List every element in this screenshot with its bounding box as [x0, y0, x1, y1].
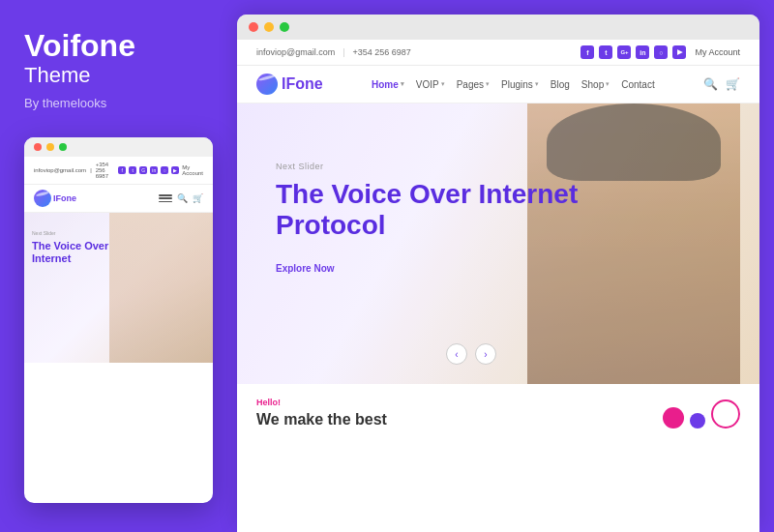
mini-separator: | [90, 167, 92, 173]
mini-nav-right: 🔍 🛒 [159, 193, 203, 203]
site-social-icons: f t G+ in ○ ▶ [580, 45, 686, 59]
hamburger-line-3 [159, 201, 172, 203]
nav-item-home[interactable]: Home ▾ [372, 79, 404, 90]
circle-outline-decoration [711, 399, 740, 429]
brand-title: Voifone [24, 29, 213, 63]
site-menu: Home ▾ VOIP ▾ Pages ▾ Plugins ▾ Blog [372, 79, 655, 90]
linkedin-icon[interactable]: in [636, 45, 649, 59]
hero-content: Next Slider The Voice Over Internet Prot… [276, 162, 614, 276]
mini-google-icon: G [139, 166, 147, 174]
site-bottom: Hello! We make the best [237, 384, 759, 442]
mini-facebook-icon: f [118, 166, 126, 174]
nav-blog-label: Blog [551, 79, 570, 90]
mini-cart-icon[interactable]: 🛒 [193, 193, 203, 203]
hero-prev-arrow[interactable]: ‹ [446, 343, 467, 365]
mini-slider-label: Next Slider [32, 230, 55, 236]
browser-dot-yellow [264, 22, 274, 32]
browser-content: infoviop@gmail.com | +354 256 6987 f t G… [237, 40, 759, 532]
mini-logo-text: IFone [53, 193, 76, 203]
site-nav: IFone Home ▾ VOIP ▾ Pages ▾ Plugins ▾ [237, 66, 759, 103]
mini-youtube-icon: ▶ [171, 166, 179, 174]
nav-icons: 🔍 🛒 [703, 77, 740, 91]
mini-logo-ball-icon [34, 190, 51, 207]
mini-phone: +354 256 6987 [96, 162, 119, 179]
youtube-icon[interactable]: ▶ [672, 45, 686, 59]
mini-twitter-icon: t [129, 166, 136, 174]
mini-topbar-right: f t G in ○ ▶ My Account [118, 164, 203, 176]
site-logo: IFone [256, 74, 323, 95]
nav-item-contact[interactable]: Contact [621, 79, 654, 90]
nav-shop-label: Shop [581, 79, 604, 90]
mini-search-icon[interactable]: 🔍 [177, 193, 188, 203]
google-plus-icon[interactable]: G+ [617, 45, 631, 59]
nav-contact-label: Contact [621, 79, 654, 90]
site-email: infoviop@gmail.com [256, 47, 335, 57]
site-topbar-left: infoviop@gmail.com | +354 256 6987 [256, 47, 411, 57]
hamburger-icon[interactable] [159, 193, 172, 203]
nav-home-chevron: ▾ [401, 80, 404, 88]
bottom-hello: Hello! [256, 398, 387, 407]
nav-item-blog[interactable]: Blog [551, 79, 570, 90]
nav-item-voip[interactable]: VOIP ▾ [416, 79, 445, 90]
instagram-icon[interactable]: ○ [654, 45, 668, 59]
browser-chrome [237, 15, 759, 40]
brand-subtitle: Theme [24, 63, 213, 88]
mini-dot-yellow [46, 143, 54, 151]
mini-nav: IFone 🔍 🛒 [24, 185, 213, 213]
hamburger-line-1 [159, 194, 172, 196]
nav-home-label: Home [372, 79, 399, 90]
site-hero: Next Slider The Voice Over Internet Prot… [237, 103, 759, 384]
nav-shop-chevron: ▾ [606, 80, 610, 88]
mini-instagram-icon: ○ [161, 166, 168, 174]
logo-text: IFone [282, 75, 323, 93]
site-phone: +354 256 6987 [353, 47, 411, 57]
main-browser: infoviop@gmail.com | +354 256 6987 f t G… [237, 15, 759, 532]
twitter-icon[interactable]: t [599, 45, 612, 59]
mini-email: infoviop@gmail.com [34, 167, 86, 173]
mini-linkedin-icon: in [150, 166, 158, 174]
topbar-separator: | [342, 47, 344, 57]
explore-now-button[interactable]: Explore Now [276, 263, 335, 274]
mini-topbar: infoviop@gmail.com | +354 256 6987 f t G… [24, 157, 213, 185]
bottom-graphic [663, 399, 740, 429]
circle-pink-decoration [663, 407, 684, 429]
hero-next-arrow[interactable]: › [475, 343, 496, 365]
nav-item-plugins[interactable]: Plugins ▾ [501, 79, 539, 90]
cart-icon[interactable]: 🛒 [726, 77, 740, 91]
mini-logo: IFone [34, 190, 76, 207]
my-account-link[interactable]: My Account [695, 47, 740, 57]
site-topbar-right: f t G+ in ○ ▶ My Account [580, 45, 740, 59]
brand-by: By themelooks [24, 96, 213, 110]
mini-hero: Next Slider The Voice Over Internet [24, 213, 213, 363]
hero-slider-label: Next Slider [276, 162, 614, 171]
site-topbar: infoviop@gmail.com | +354 256 6987 f t G… [237, 40, 759, 66]
mini-hero-title: The Voice Over Internet [32, 240, 119, 265]
bottom-title: We make the best [256, 411, 387, 429]
mini-social-icons: f t G in ○ ▶ [118, 166, 179, 174]
hero-arrows: ‹ › [446, 343, 496, 365]
search-icon[interactable]: 🔍 [703, 77, 718, 91]
facebook-icon[interactable]: f [580, 45, 594, 59]
logo-ball-icon [256, 74, 278, 95]
mini-browser-mockup: infoviop@gmail.com | +354 256 6987 f t G… [24, 137, 213, 503]
mini-browser-chrome [24, 137, 213, 157]
bottom-text-block: Hello! We make the best [256, 398, 387, 429]
nav-plugins-label: Plugins [501, 79, 533, 90]
nav-plugins-chevron: ▾ [535, 80, 539, 88]
nav-voip-label: VOIP [416, 79, 439, 90]
hamburger-line-2 [159, 197, 172, 199]
browser-dot-red [249, 22, 258, 32]
hero-title: The Voice Over Internet Protocol [276, 179, 614, 241]
mini-my-account: My Account [182, 164, 203, 176]
circle-purple-decoration [690, 413, 705, 429]
nav-voip-chevron: ▾ [441, 80, 445, 88]
left-panel: Voifone Theme By themelooks infoviop@gma… [0, 0, 237, 532]
browser-dot-green [280, 22, 289, 32]
mini-hero-background: Next Slider The Voice Over Internet [24, 213, 213, 363]
nav-item-pages[interactable]: Pages ▾ [457, 79, 490, 90]
brand-name: Voifone Theme By themelooks [24, 29, 213, 137]
nav-item-shop[interactable]: Shop ▾ [581, 79, 610, 90]
mini-dot-green [59, 143, 67, 151]
nav-pages-label: Pages [457, 79, 484, 90]
nav-pages-chevron: ▾ [486, 80, 490, 88]
